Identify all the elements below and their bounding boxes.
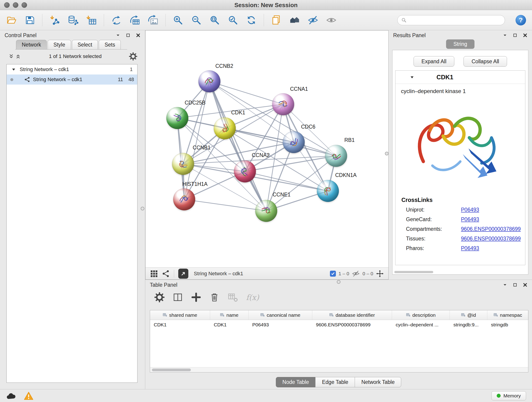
zoom-selected-icon[interactable] — [227, 13, 239, 27]
network-node-ccnb1[interactable] — [172, 153, 194, 175]
search-box[interactable] — [397, 15, 505, 25]
left-splitter-handle[interactable] — [141, 207, 144, 211]
memory-button[interactable]: Memory — [491, 391, 526, 400]
table-cell[interactable]: CDK1 — [210, 322, 249, 327]
panel-float-icon[interactable] — [124, 32, 132, 38]
tab-style[interactable]: Style — [48, 40, 71, 49]
bottom-splitter-handle[interactable] — [337, 280, 341, 284]
collapse-all-button[interactable]: Collapse All — [463, 56, 507, 67]
open-session-icon[interactable] — [6, 13, 17, 27]
network-collection-row[interactable]: String Network – cdk1 1 — [7, 64, 137, 75]
selected-checkbox-icon[interactable] — [330, 271, 336, 277]
apply-layout-icon[interactable] — [245, 13, 257, 27]
network-node-cdc6[interactable] — [283, 131, 305, 153]
show-columns-icon[interactable] — [173, 292, 183, 302]
tab-edge-table[interactable]: Edge Table — [315, 377, 355, 387]
tab-string[interactable]: String — [446, 39, 475, 49]
tab-network-table[interactable]: Network Table — [355, 377, 401, 387]
zoom-out-icon[interactable] — [190, 13, 202, 27]
right-splitter-handle[interactable] — [385, 152, 389, 155]
expand-all-button[interactable]: Expand All — [413, 56, 455, 67]
table-cell[interactable]: stringdb:9... — [450, 322, 487, 327]
column-header-description[interactable]: description — [392, 310, 450, 320]
table-data-row[interactable]: CDK1CDK1P064939606.ENSP00000378699cyclin… — [150, 320, 528, 330]
zoom-window-button[interactable] — [22, 2, 27, 8]
crosslink-value-link[interactable]: P06493 — [461, 207, 479, 213]
crosslink-value-link[interactable]: 9606.ENSP00000378699 — [461, 226, 521, 232]
warning-icon[interactable] — [23, 391, 34, 400]
panel-float-icon[interactable] — [511, 282, 519, 288]
collapse-all-networks-icon[interactable] — [8, 53, 15, 60]
hidden-eye-slash-icon[interactable] — [352, 270, 360, 278]
crosslink-value-link[interactable]: 9606.ENSP00000378699 — [461, 236, 521, 242]
network-row-selected[interactable]: String Network – cdk1 11 48 — [7, 75, 137, 85]
column-header-namespac[interactable]: namespac — [487, 310, 529, 320]
crosslink-value-link[interactable]: P06493 — [461, 245, 479, 251]
hide-panels-eye-slash-icon[interactable] — [307, 13, 319, 27]
crosslink-value-link[interactable]: P06493 — [461, 216, 479, 223]
zoom-fit-icon[interactable] — [209, 13, 221, 27]
help-icon[interactable]: ? — [515, 14, 526, 26]
pan-move-icon[interactable] — [376, 270, 384, 278]
tab-node-table[interactable]: Node Table — [276, 377, 316, 387]
export-image-icon[interactable] — [147, 13, 159, 27]
network-node-ccne1[interactable] — [255, 200, 277, 222]
panel-menu-chevron-icon[interactable] — [501, 32, 509, 38]
export-table-icon[interactable] — [129, 13, 141, 27]
network-canvas[interactable]: CCNB2CCNA1CDC25BCDK1CDC6RB1CCNB1CCNA2CDK… — [146, 31, 388, 268]
show-panels-eye-icon[interactable] — [325, 13, 337, 27]
network-node-hist1h1a[interactable] — [173, 188, 195, 211]
table-cell[interactable]: 9606.ENSP00000378699 — [312, 322, 392, 327]
panel-menu-chevron-icon[interactable] — [501, 282, 509, 288]
network-node-ccnb2[interactable] — [198, 70, 220, 92]
import-network-file-icon[interactable] — [49, 13, 61, 27]
column-header-shared-name[interactable]: shared name — [150, 310, 210, 320]
close-window-button[interactable] — [4, 2, 10, 8]
delete-column-trash-icon[interactable] — [209, 292, 220, 302]
column-header-canonical-name[interactable]: canonical name — [249, 310, 312, 320]
save-session-icon[interactable] — [24, 13, 36, 27]
tab-network[interactable]: Network — [16, 40, 47, 49]
network-node-cdc25b[interactable] — [166, 107, 188, 129]
add-column-icon[interactable] — [191, 292, 201, 302]
export-network-icon[interactable] — [110, 13, 122, 27]
network-node-cdkn1a[interactable] — [317, 180, 339, 202]
minimize-window-button[interactable] — [13, 2, 18, 8]
tab-sets[interactable]: Sets — [99, 40, 121, 49]
column-header-name[interactable]: name — [210, 310, 249, 320]
import-table-icon[interactable] — [85, 13, 97, 27]
network-share-view-icon[interactable] — [162, 270, 170, 278]
expand-all-networks-icon[interactable] — [15, 53, 22, 60]
panel-close-icon[interactable] — [521, 32, 529, 38]
grid-view-icon[interactable] — [150, 270, 158, 278]
results-horizontal-scrollbar[interactable] — [394, 271, 433, 273]
network-node-ccna1[interactable] — [272, 93, 294, 115]
cloud-status-icon[interactable] — [6, 391, 17, 400]
panel-menu-chevron-icon[interactable] — [114, 32, 122, 38]
detach-view-icon[interactable] — [178, 269, 188, 279]
table-cell[interactable]: cyclin–dependent ... — [392, 322, 450, 327]
disclosure-triangle-icon[interactable] — [12, 68, 16, 71]
section-disclosure-icon[interactable] — [410, 75, 414, 79]
network-node-rb1[interactable] — [325, 145, 347, 167]
table-settings-gear-icon[interactable] — [154, 292, 165, 302]
panel-close-icon[interactable] — [521, 282, 529, 288]
network-node-ccna2[interactable] — [234, 160, 256, 182]
tab-select[interactable]: Select — [72, 40, 98, 49]
column-header--id[interactable]: @id — [450, 310, 487, 320]
scrollbar-thumb[interactable] — [152, 369, 191, 371]
zoom-in-icon[interactable] — [172, 13, 184, 27]
import-network-database-icon[interactable] — [67, 13, 79, 27]
table-horizontal-scrollbar[interactable] — [150, 367, 528, 372]
home-icon[interactable] — [289, 13, 301, 27]
table-cell[interactable]: stringdb — [487, 322, 529, 327]
column-header-database-identifier[interactable]: database identifier — [312, 310, 392, 320]
network-options-gear-icon[interactable] — [129, 52, 137, 61]
table-cell[interactable]: P06493 — [249, 322, 312, 327]
network-node-cdk1[interactable] — [214, 117, 236, 139]
panel-close-icon[interactable] — [134, 32, 142, 38]
table-cell[interactable]: CDK1 — [150, 322, 210, 327]
search-input[interactable] — [409, 17, 501, 23]
copy-icon[interactable] — [270, 13, 282, 27]
panel-float-icon[interactable] — [511, 32, 519, 38]
